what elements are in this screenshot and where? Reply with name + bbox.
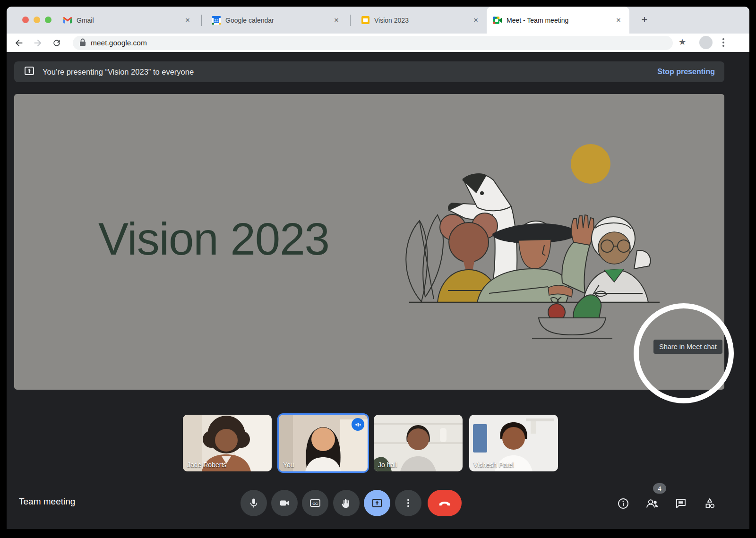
people-icon xyxy=(645,497,660,510)
close-tab-icon[interactable]: × xyxy=(614,16,623,25)
participants-count-badge: 4 xyxy=(653,483,666,494)
camera-button[interactable] xyxy=(271,490,298,516)
share-tooltip: Share in Meet chat xyxy=(653,340,722,354)
forward-button[interactable] xyxy=(30,35,45,51)
tab-vision-2023[interactable]: Vision 2023 × xyxy=(354,7,487,34)
end-call-button[interactable] xyxy=(428,490,462,516)
tab-strip: Gmail × 22 Google calendar × Vision 2023… xyxy=(7,7,749,34)
microphone-icon xyxy=(248,497,259,509)
raise-hand-icon xyxy=(341,497,352,509)
slide-illustration xyxy=(392,127,676,344)
presenting-message: You’re presenting “Vision 2023” to every… xyxy=(43,68,194,77)
reload-button[interactable] xyxy=(49,35,64,51)
new-tab-button[interactable]: + xyxy=(637,13,652,27)
meet-icon xyxy=(493,16,502,25)
participant-name: Jade Roberts xyxy=(187,461,226,469)
tab-separator xyxy=(201,15,202,26)
slides-icon xyxy=(361,16,369,25)
bookmark-star-icon[interactable]: ★ xyxy=(679,37,686,47)
meeting-details-button[interactable] xyxy=(616,496,630,511)
svg-text:CC: CC xyxy=(312,502,318,506)
close-tab-icon[interactable]: × xyxy=(472,16,480,25)
microphone-button[interactable] xyxy=(241,490,267,516)
present-screen-icon xyxy=(24,65,35,78)
back-button[interactable] xyxy=(11,35,26,51)
audio-indicator-icon xyxy=(352,418,364,431)
participant-tile[interactable]: Jo hall xyxy=(374,415,463,471)
more-options-button[interactable] xyxy=(395,490,421,516)
meeting-name: Team meeting xyxy=(19,496,75,507)
tab-google-calendar[interactable]: 22 Google calendar × xyxy=(206,7,347,34)
profile-avatar[interactable] xyxy=(699,36,713,49)
browser-toolbar: meet.google.com ★ xyxy=(7,34,749,52)
end-call-icon xyxy=(438,496,451,510)
browser-window: Gmail × 22 Google calendar × Vision 2023… xyxy=(7,7,749,529)
plant-shape xyxy=(406,215,443,302)
gmail-icon xyxy=(63,16,72,25)
tab-label: Vision 2023 xyxy=(374,17,467,24)
chat-icon xyxy=(675,497,687,510)
presented-slide: Vision 2023 xyxy=(14,94,724,390)
show-everyone-button[interactable] xyxy=(645,496,660,511)
tab-meet-active[interactable]: Meet - Team meeting × xyxy=(487,7,629,34)
close-tab-icon[interactable]: × xyxy=(183,16,192,25)
camera-icon xyxy=(279,497,290,509)
participant-tile[interactable]: Vishesh Patel xyxy=(469,415,558,471)
tab-separator xyxy=(350,15,351,26)
participant-name: Vishesh Patel xyxy=(473,461,514,469)
activities-icon xyxy=(703,497,716,510)
present-now-icon xyxy=(371,497,383,509)
participant-name: You xyxy=(283,461,294,469)
slide-title: Vision 2023 xyxy=(98,213,329,265)
tab-gmail[interactable]: Gmail × xyxy=(57,7,198,34)
lock-icon xyxy=(79,38,86,48)
tab-label: Google calendar xyxy=(225,17,327,24)
waving-hand-shape xyxy=(572,215,594,245)
info-icon xyxy=(617,497,629,510)
browser-menu-icon[interactable] xyxy=(719,36,728,51)
activities-button[interactable] xyxy=(703,496,717,511)
raise-hand-button[interactable] xyxy=(333,490,360,516)
tab-label: Meet - Team meeting xyxy=(507,17,610,24)
tab-label: Gmail xyxy=(77,17,179,24)
calendar-icon: 22 xyxy=(212,16,221,25)
captions-icon: CC xyxy=(309,497,321,509)
chat-button[interactable] xyxy=(674,496,688,511)
participant-name: Jo hall xyxy=(378,461,397,469)
right-person-shape xyxy=(583,217,650,302)
close-tab-icon[interactable]: × xyxy=(332,16,341,25)
presenting-banner: You’re presenting “Vision 2023” to every… xyxy=(14,61,724,82)
participant-tile-you[interactable]: You xyxy=(277,413,369,473)
traffic-light-zoom-icon[interactable] xyxy=(45,17,52,23)
sun-shape xyxy=(571,144,610,184)
address-bar[interactable]: meet.google.com xyxy=(73,36,673,50)
traffic-light-close-icon[interactable] xyxy=(22,17,29,23)
meet-main-area: You’re presenting “Vision 2023” to every… xyxy=(7,52,749,529)
captions-button[interactable]: CC xyxy=(302,490,328,516)
stop-presenting-button[interactable]: Stop presenting xyxy=(657,68,715,76)
url-text: meet.google.com xyxy=(91,39,147,47)
traffic-light-minimize-icon[interactable] xyxy=(34,17,40,23)
calendar-day-number: 22 xyxy=(215,18,219,23)
participant-tile[interactable]: Jade Roberts xyxy=(183,415,272,471)
present-now-button[interactable] xyxy=(364,490,390,516)
more-options-icon xyxy=(403,497,414,509)
